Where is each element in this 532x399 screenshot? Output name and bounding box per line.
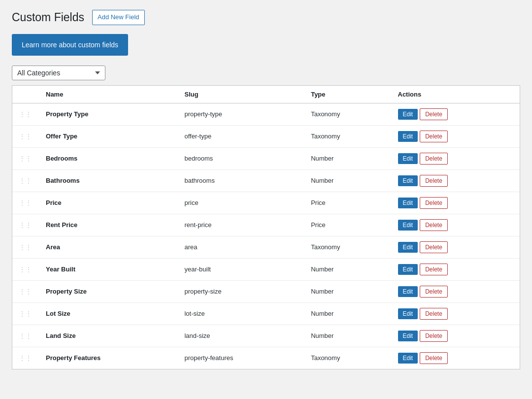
table-row: ⋮⋮Land Sizeland-sizeNumber Edit Delete — [12, 325, 520, 347]
edit-button[interactable]: Edit — [398, 175, 418, 186]
drag-handle-icon: ⋮⋮ — [19, 111, 32, 118]
field-name: Property Type — [39, 103, 177, 125]
learn-more-button[interactable]: Learn more about custom fields — [12, 34, 128, 56]
drag-handle[interactable]: ⋮⋮ — [12, 258, 39, 280]
drag-handle[interactable]: ⋮⋮ — [12, 325, 39, 347]
delete-button[interactable]: Delete — [420, 197, 448, 209]
table-row: ⋮⋮Property Featuresproperty-featuresTaxo… — [12, 347, 520, 369]
field-slug: land-size — [177, 325, 304, 347]
delete-button[interactable]: Delete — [420, 108, 448, 120]
drag-handle-icon: ⋮⋮ — [19, 177, 32, 184]
drag-handle[interactable]: ⋮⋮ — [12, 302, 39, 325]
delete-button[interactable]: Delete — [420, 286, 448, 298]
drag-handle-icon: ⋮⋮ — [19, 266, 32, 273]
drag-handle[interactable]: ⋮⋮ — [12, 280, 39, 302]
edit-button[interactable]: Edit — [398, 353, 418, 364]
delete-button[interactable]: Delete — [420, 330, 448, 342]
table-row: ⋮⋮Property Sizeproperty-sizeNumber Edit … — [12, 280, 520, 302]
drag-handle-icon: ⋮⋮ — [19, 288, 32, 295]
field-actions: Edit Delete — [391, 236, 520, 258]
edit-button[interactable]: Edit — [398, 242, 418, 253]
drag-handle-icon: ⋮⋮ — [19, 355, 32, 362]
drag-handle[interactable]: ⋮⋮ — [12, 125, 39, 147]
drag-handle[interactable]: ⋮⋮ — [12, 147, 39, 169]
field-type: Number — [304, 147, 391, 169]
field-name: Property Features — [39, 347, 177, 369]
field-actions: Edit Delete — [391, 147, 520, 169]
table-header: Name Slug Type Actions — [12, 86, 520, 103]
drag-handle-icon: ⋮⋮ — [19, 133, 32, 140]
table-row: ⋮⋮Property Typeproperty-typeTaxonomy Edi… — [12, 103, 520, 125]
col-actions: Actions — [391, 86, 520, 103]
custom-fields-table-container: Name Slug Type Actions ⋮⋮Property Typepr… — [12, 85, 520, 369]
delete-button[interactable]: Delete — [420, 352, 448, 364]
field-actions: Edit Delete — [391, 214, 520, 236]
field-actions: Edit Delete — [391, 347, 520, 369]
field-actions: Edit Delete — [391, 325, 520, 347]
delete-button[interactable]: Delete — [420, 264, 448, 275]
page-title: Custom Fields — [12, 11, 84, 24]
delete-button[interactable]: Delete — [420, 308, 448, 320]
field-type: Number — [304, 302, 391, 325]
edit-button[interactable]: Edit — [398, 198, 418, 208]
edit-button[interactable]: Edit — [398, 131, 418, 142]
category-select[interactable]: All Categories Property Rental — [12, 66, 105, 80]
delete-button[interactable]: Delete — [420, 175, 448, 187]
filter-row: All Categories Property Rental — [12, 66, 520, 80]
table-row: ⋮⋮Lot Sizelot-sizeNumber Edit Delete — [12, 302, 520, 325]
field-slug: rent-price — [177, 214, 304, 236]
field-name: Bedrooms — [39, 147, 177, 169]
edit-button[interactable]: Edit — [398, 308, 418, 319]
table-row: ⋮⋮Year Builtyear-builtNumber Edit Delete — [12, 258, 520, 280]
drag-handle[interactable]: ⋮⋮ — [12, 214, 39, 236]
edit-button[interactable]: Edit — [398, 220, 418, 231]
field-slug: price — [177, 192, 304, 214]
field-slug: lot-size — [177, 302, 304, 325]
delete-button[interactable]: Delete — [420, 131, 448, 142]
field-actions: Edit Delete — [391, 103, 520, 125]
field-slug: property-type — [177, 103, 304, 125]
field-type: Price — [304, 192, 391, 214]
field-name: Lot Size — [39, 302, 177, 325]
field-actions: Edit Delete — [391, 192, 520, 214]
delete-button[interactable]: Delete — [420, 219, 448, 231]
field-actions: Edit Delete — [391, 125, 520, 147]
drag-handle[interactable]: ⋮⋮ — [12, 169, 39, 192]
edit-button[interactable]: Edit — [398, 153, 418, 164]
table-row: ⋮⋮BathroomsbathroomsNumber Edit Delete — [12, 169, 520, 192]
field-type: Taxonomy — [304, 125, 391, 147]
table-row: ⋮⋮PricepricePrice Edit Delete — [12, 192, 520, 214]
field-slug: area — [177, 236, 304, 258]
edit-button[interactable]: Edit — [398, 264, 418, 275]
table-body: ⋮⋮Property Typeproperty-typeTaxonomy Edi… — [12, 103, 520, 369]
field-slug: bedrooms — [177, 147, 304, 169]
drag-handle-icon: ⋮⋮ — [19, 222, 32, 229]
custom-fields-table: Name Slug Type Actions ⋮⋮Property Typepr… — [12, 86, 520, 369]
edit-button[interactable]: Edit — [398, 109, 418, 120]
edit-button[interactable]: Edit — [398, 286, 418, 297]
field-slug: property-size — [177, 280, 304, 302]
table-row: ⋮⋮Offer Typeoffer-typeTaxonomy Edit Dele… — [12, 125, 520, 147]
field-slug: property-features — [177, 347, 304, 369]
field-type: Number — [304, 258, 391, 280]
table-row: ⋮⋮BedroomsbedroomsNumber Edit Delete — [12, 147, 520, 169]
drag-handle[interactable]: ⋮⋮ — [12, 103, 39, 125]
field-name: Land Size — [39, 325, 177, 347]
field-name: Rent Price — [39, 214, 177, 236]
field-type: Number — [304, 280, 391, 302]
field-slug: year-built — [177, 258, 304, 280]
add-new-field-button[interactable]: Add New Field — [92, 10, 145, 25]
drag-handle[interactable]: ⋮⋮ — [12, 192, 39, 214]
drag-handle-icon: ⋮⋮ — [19, 310, 32, 317]
field-name: Year Built — [39, 258, 177, 280]
col-slug: Slug — [177, 86, 304, 103]
field-actions: Edit Delete — [391, 302, 520, 325]
edit-button[interactable]: Edit — [398, 331, 418, 341]
delete-button[interactable]: Delete — [420, 241, 448, 253]
drag-handle[interactable]: ⋮⋮ — [12, 236, 39, 258]
drag-handle-icon: ⋮⋮ — [19, 332, 32, 339]
drag-handle[interactable]: ⋮⋮ — [12, 347, 39, 369]
delete-button[interactable]: Delete — [420, 153, 448, 165]
field-actions: Edit Delete — [391, 169, 520, 192]
page-header: Custom Fields Add New Field — [12, 10, 520, 25]
